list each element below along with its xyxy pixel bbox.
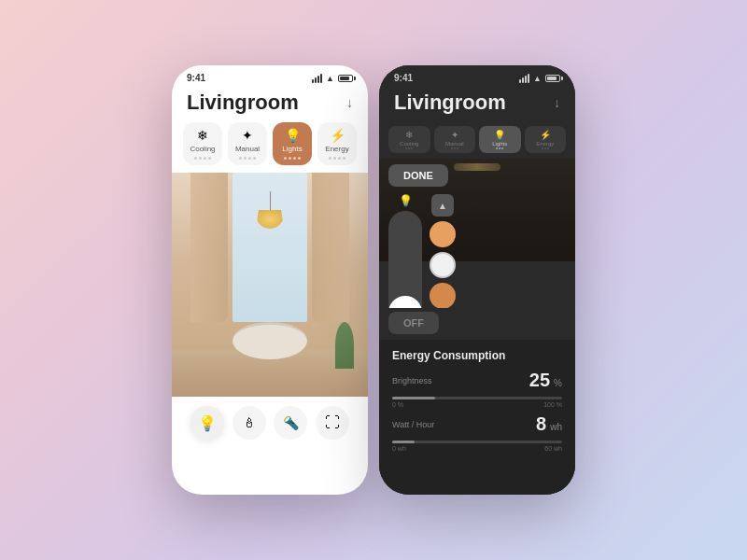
tab-manual-label-light: Manual — [235, 145, 260, 153]
wifi-icon-dark: ▲ — [533, 74, 542, 83]
cooling-icon-dark: ❄ — [405, 130, 413, 140]
energy-dots — [329, 157, 345, 160]
watt-bar-fill — [392, 441, 415, 443]
dark-room-area: DONE 💡 ▲ — [379, 159, 575, 308]
tab-manual-light[interactable]: ✦ Manual — [228, 122, 267, 165]
bottom-icons-light: 💡 🕯 🔦 ⛶ — [172, 397, 368, 449]
dropdown-arrow-dark[interactable]: ↓ — [554, 95, 560, 110]
manual-dots — [239, 157, 256, 160]
brightness-value: 25 — [529, 370, 550, 391]
brightness-progress-labels: 0 % 100 % — [392, 401, 562, 408]
brightness-unit: % — [554, 378, 562, 388]
lights-dots — [284, 157, 301, 160]
signal-icon-dark — [519, 74, 529, 83]
table-lamp-btn[interactable]: 🔦 — [274, 406, 307, 440]
bulb-control-icon: 💡 — [399, 194, 413, 207]
color-warm-button[interactable] — [430, 283, 456, 308]
curtain-left — [190, 173, 228, 322]
ceiling-light-btn[interactable]: 💡 — [190, 406, 224, 440]
energy-icon-dark: ⚡ — [540, 130, 551, 140]
off-section: OFF — [379, 308, 575, 340]
hanging-lamp — [256, 191, 284, 229]
brightness-energy-row: Brightness 25 % — [392, 370, 562, 391]
tab-cooling-dark[interactable]: ❄ Cooling — [388, 126, 430, 153]
battery-icon-dark — [545, 75, 560, 82]
tab-cooling-light[interactable]: ❄ Cooling — [183, 122, 222, 165]
off-button[interactable]: OFF — [388, 312, 439, 334]
status-icons-light: ▲ — [312, 74, 353, 83]
tabs-row-dark: ❄ Cooling ✦ Manual 💡 Lights ⚡ Energy — [379, 122, 575, 159]
watt-label: Watt / Hour — [392, 420, 434, 429]
brightness-slider[interactable] — [388, 211, 422, 308]
dark-phone: 9:41 ▲ Livingroom ↓ — [379, 65, 575, 495]
room-title-light: Livingroom — [187, 91, 299, 115]
color-white-button[interactable] — [430, 252, 456, 278]
lights-icon-dark: 💡 — [494, 130, 505, 140]
room-image-light — [172, 173, 368, 397]
header-light: Livingroom ↓ — [172, 87, 368, 122]
watt-max-label: 60 wh — [544, 445, 562, 452]
floor-lamp-btn[interactable]: 🕯 — [233, 406, 266, 440]
time-light: 9:41 — [187, 73, 205, 83]
status-icons-dark: ▲ — [519, 74, 560, 83]
energy-section: Energy Consumption Brightness 25 % — [379, 340, 575, 495]
tab-cooling-label-light: Cooling — [190, 145, 215, 153]
brightness-controls: 💡 ▲ ▼ — [388, 194, 566, 308]
time-dark: 9:41 — [394, 73, 413, 83]
brightness-bar-fill — [392, 397, 435, 399]
ceiling-light-icon: 💡 — [198, 414, 217, 432]
watt-min-label: 0 wh — [392, 445, 406, 452]
done-button[interactable]: DONE — [388, 164, 448, 187]
cooling-label-dark: Cooling — [400, 141, 418, 147]
dropdown-arrow-light[interactable]: ↓ — [346, 95, 353, 110]
dining-table — [233, 322, 307, 359]
brightness-value-container: 25 % — [529, 370, 562, 391]
table-lamp-icon: 🔦 — [283, 415, 299, 430]
watt-value: 8 — [536, 413, 546, 435]
brightness-min-label: 0 % — [392, 401, 403, 408]
brightness-label: Brightness — [392, 376, 432, 385]
brightness-progress — [392, 397, 562, 399]
controls-overlay: DONE 💡 ▲ — [379, 159, 575, 308]
expand-btn[interactable]: ⛶ — [316, 406, 349, 440]
manual-icon-light: ✦ — [242, 128, 253, 143]
watt-unit: wh — [550, 422, 562, 432]
cooling-icon-light: ❄ — [197, 128, 208, 143]
light-phone: 9:41 ▲ Livingroom ↓ ❄ — [172, 65, 368, 495]
tab-lights-dark[interactable]: 💡 Lights — [479, 126, 521, 153]
lights-label-dark: Lights — [492, 141, 507, 147]
color-orange-button[interactable] — [430, 221, 456, 247]
color-controls: ▲ ▼ — [430, 194, 456, 308]
cooling-dots — [194, 157, 211, 160]
signal-icon-light — [312, 74, 322, 83]
tab-energy-light[interactable]: ⚡ Energy — [317, 122, 357, 165]
status-bar-light: 9:41 ▲ — [172, 65, 368, 87]
watt-energy-row: Watt / Hour 8 wh — [392, 413, 562, 435]
tab-energy-dark[interactable]: ⚡ Energy — [525, 126, 567, 153]
status-bar-dark: 9:41 ▲ — [379, 65, 575, 87]
header-dark: Livingroom ↓ — [379, 87, 575, 122]
expand-icon: ⛶ — [325, 414, 340, 431]
tab-lights-label-light: Lights — [282, 145, 302, 153]
watt-row: Watt / Hour 8 wh 0 wh 60 wh — [392, 413, 562, 452]
energy-icon-light: ⚡ — [330, 128, 345, 143]
tab-manual-dark[interactable]: ✦ Manual — [434, 126, 476, 153]
slider-container: 💡 — [388, 194, 422, 308]
battery-icon-light — [338, 75, 353, 82]
plant — [335, 322, 354, 369]
tabs-row-light: ❄ Cooling ✦ Manual 💡 Lights — [172, 122, 368, 173]
tab-lights-light[interactable]: 💡 Lights — [273, 122, 312, 165]
brightness-row: Brightness 25 % 0 % 100 % — [392, 370, 562, 408]
energy-label-dark: Energy — [536, 141, 554, 147]
watt-value-container: 8 wh — [536, 413, 562, 435]
watt-progress — [392, 441, 562, 443]
manual-icon-dark: ✦ — [451, 130, 458, 140]
room-title-dark: Livingroom — [394, 91, 506, 115]
watt-progress-labels: 0 wh 60 wh — [392, 445, 562, 452]
curtain-right — [312, 173, 349, 322]
brightness-max-label: 100 % — [543, 401, 562, 408]
floor-lamp-icon: 🕯 — [243, 415, 256, 430]
lights-icon-light: 💡 — [285, 128, 301, 143]
brightness-up-button[interactable]: ▲ — [431, 194, 454, 217]
wifi-icon-light: ▲ — [326, 74, 334, 83]
